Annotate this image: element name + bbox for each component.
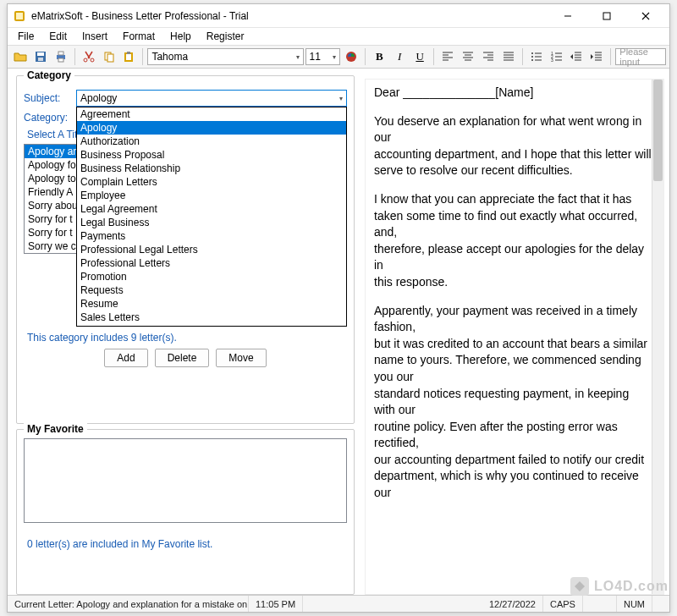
- status-empty: [583, 596, 617, 612]
- menu-help[interactable]: Help: [163, 29, 198, 44]
- indent-icon[interactable]: [587, 47, 606, 66]
- subject-option[interactable]: Sales Letters: [77, 311, 346, 324]
- subject-option[interactable]: Agreement: [77, 107, 346, 121]
- svg-point-38: [531, 56, 533, 58]
- svg-point-12: [84, 58, 87, 62]
- font-color-icon[interactable]: [342, 47, 361, 66]
- letter-paragraph: I know that you can appreciate the fact …: [374, 191, 652, 291]
- favorite-listbox[interactable]: [24, 438, 347, 523]
- scrollbar-thumb[interactable]: [653, 80, 663, 181]
- menu-register[interactable]: Register: [200, 29, 251, 44]
- font-size-select[interactable]: 11▾: [305, 48, 341, 65]
- italic-icon[interactable]: I: [390, 47, 409, 66]
- window-title: eMatrixSoft - Business Letter Profession…: [31, 10, 549, 22]
- window-controls: [549, 6, 664, 26]
- maximize-button[interactable]: [588, 6, 625, 26]
- size-value: 11: [310, 51, 321, 63]
- toolbar: Tahoma▾ 11▾ B I U 123 Please input: [8, 45, 669, 69]
- subject-dropdown-list[interactable]: AgreementApologyAuthorizationBusiness Pr…: [76, 107, 347, 327]
- statusbar: Current Letter: Apology and explanation …: [8, 595, 669, 612]
- subject-option[interactable]: Legal Agreement: [77, 202, 346, 216]
- editor-scrollbar[interactable]: [652, 80, 663, 594]
- subject-label: Subject:: [24, 92, 76, 104]
- letter-paragraph: You deserve an explanation for what went…: [374, 113, 652, 179]
- subject-option[interactable]: Legal Business: [77, 216, 346, 229]
- svg-rect-15: [107, 54, 113, 62]
- favorite-legend: My Favorite: [24, 423, 87, 435]
- toolbar-separator: [522, 48, 523, 65]
- align-center-icon[interactable]: [459, 47, 477, 66]
- save-icon[interactable]: [31, 47, 50, 66]
- subject-option[interactable]: Thank: [77, 324, 346, 327]
- status-date: 12/27/2022: [482, 596, 543, 612]
- svg-rect-11: [58, 58, 63, 62]
- svg-rect-17: [126, 54, 131, 60]
- category-legend: Category: [24, 69, 74, 81]
- copy-icon[interactable]: [100, 47, 118, 66]
- toolbar-separator: [365, 48, 366, 65]
- bold-icon[interactable]: B: [370, 47, 388, 66]
- font-value: Tahoma: [151, 51, 188, 63]
- menu-edit[interactable]: Edit: [42, 29, 74, 44]
- toolbar-separator: [433, 48, 434, 65]
- category-button-row: Add Delete Move: [24, 349, 347, 367]
- left-panel: Category Subject: Apology ▾ AgreementApo…: [8, 69, 361, 595]
- svg-rect-3: [603, 13, 610, 19]
- align-justify-icon[interactable]: [499, 47, 518, 66]
- client-area: Category Subject: Apology ▾ AgreementApo…: [8, 69, 669, 595]
- search-input[interactable]: Please input: [615, 48, 666, 65]
- move-button[interactable]: Move: [216, 349, 266, 367]
- subject-option[interactable]: Requests: [77, 283, 346, 297]
- minimize-button[interactable]: [549, 6, 586, 26]
- bullet-list-icon[interactable]: [527, 47, 546, 66]
- subject-option[interactable]: Authorization: [77, 135, 346, 148]
- numbered-list-icon[interactable]: 123: [548, 47, 566, 66]
- svg-rect-1: [16, 13, 23, 19]
- status-num: NUM: [617, 596, 652, 612]
- delete-button[interactable]: Delete: [155, 349, 210, 367]
- chevron-down-icon: ▾: [296, 53, 300, 61]
- favorite-count-text: 0 letter(s) are included in My Favorite …: [27, 538, 347, 550]
- svg-point-40: [531, 59, 533, 61]
- subject-option[interactable]: Payments: [77, 229, 346, 243]
- toolbar-separator: [142, 48, 143, 65]
- subject-option[interactable]: Employee: [77, 189, 346, 202]
- svg-point-36: [531, 52, 533, 54]
- letter-editor[interactable]: Dear ______________[Name] You deserve an…: [365, 79, 664, 595]
- subject-dropdown[interactable]: Apology ▾: [76, 90, 347, 107]
- menu-insert[interactable]: Insert: [75, 29, 114, 44]
- status-current-letter: Current Letter: Apology and explanation …: [8, 596, 249, 612]
- open-icon[interactable]: [11, 47, 30, 66]
- menu-format[interactable]: Format: [116, 29, 162, 44]
- outdent-icon[interactable]: [568, 47, 586, 66]
- print-icon[interactable]: [52, 47, 70, 66]
- status-caps: CAPS: [543, 596, 583, 612]
- font-select[interactable]: Tahoma▾: [147, 48, 303, 65]
- titlebar: eMatrixSoft - Business Letter Profession…: [8, 4, 669, 28]
- chevron-down-icon: ▾: [339, 95, 343, 102]
- subject-option[interactable]: Professional Letters: [77, 256, 346, 270]
- subject-option[interactable]: Professional Legal Letters: [77, 243, 346, 256]
- underline-icon[interactable]: U: [410, 47, 429, 66]
- subject-option[interactable]: Business Proposal: [77, 148, 346, 162]
- category-label: Category:: [24, 112, 76, 124]
- subject-option[interactable]: Complain Letters: [77, 175, 346, 189]
- cut-icon[interactable]: [80, 47, 98, 66]
- svg-rect-8: [38, 58, 43, 61]
- subject-option[interactable]: Resume: [77, 297, 346, 311]
- subject-option[interactable]: Promotion: [77, 270, 346, 283]
- align-right-icon[interactable]: [479, 47, 498, 66]
- svg-rect-18: [127, 52, 130, 54]
- close-button[interactable]: [627, 6, 664, 26]
- letter-paragraph: Apparently, your payment was received in…: [374, 303, 652, 502]
- menu-file[interactable]: File: [11, 29, 41, 44]
- svg-point-13: [91, 58, 94, 62]
- add-button[interactable]: Add: [104, 349, 147, 367]
- status-time: 11:05 PM: [249, 596, 303, 612]
- paste-icon[interactable]: [120, 47, 139, 66]
- status-grip: [652, 596, 669, 612]
- subject-option[interactable]: Business Relationship: [77, 162, 346, 175]
- align-left-icon[interactable]: [438, 47, 457, 66]
- category-count-text: This category includes 9 letter(s).: [27, 332, 347, 344]
- subject-option[interactable]: Apology: [77, 121, 346, 135]
